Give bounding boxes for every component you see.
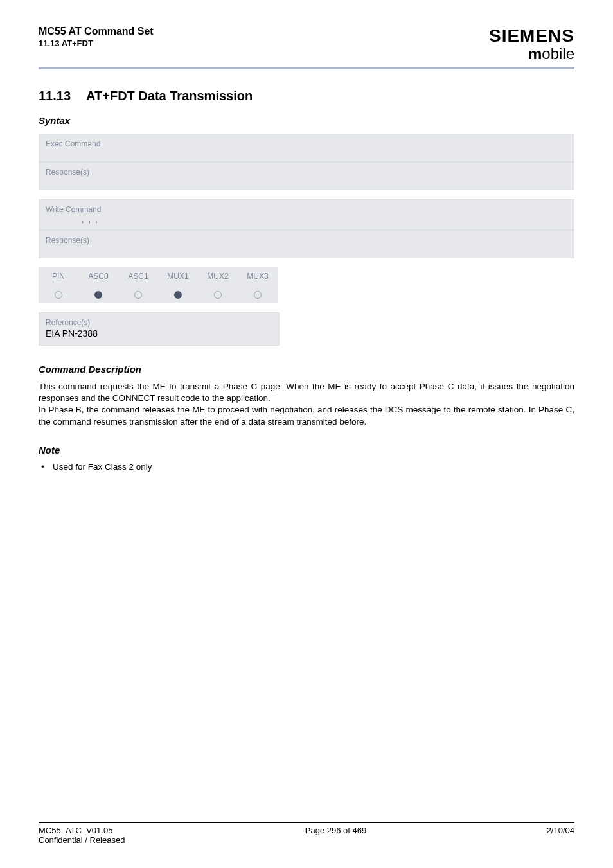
footer-date: 2/10/04	[547, 826, 574, 845]
exec-response-header: Response(s)	[39, 163, 574, 178]
doc-subtitle: 11.13 AT+FDT	[39, 39, 154, 48]
reference-body: EIA PN-2388	[39, 328, 279, 345]
note-item: Used for Fax Class 2 only	[41, 462, 574, 472]
reference-panel: Reference(s) EIA PN-2388	[39, 312, 280, 346]
footer-left: MC55_ATC_V01.05 Confidential / Released	[39, 826, 125, 845]
command-description-text: This command requests the ME to transmit…	[39, 381, 574, 428]
pin-dot-0	[39, 285, 78, 303]
exec-command-header: Exec Command	[39, 134, 574, 150]
pin-col-5: MUX3	[238, 267, 278, 285]
pin-col-1: ASC0	[78, 267, 118, 285]
pin-dot-4	[198, 285, 238, 303]
exec-response-panel: Response(s)	[39, 162, 574, 190]
footer-page: Page 296 of 469	[305, 826, 366, 845]
header-right: SIEMENS mobile	[489, 26, 574, 63]
write-response-body	[39, 246, 574, 258]
write-command-params: , , ,	[39, 215, 574, 229]
brand-logo: SIEMENS	[489, 26, 574, 46]
header-rule	[39, 67, 574, 69]
syntax-label: Syntax	[39, 115, 574, 126]
section-heading: 11.13AT+FDT Data Transmission	[39, 89, 574, 103]
section-title: AT+FDT Data Transmission	[86, 89, 253, 103]
pin-dot-1	[78, 285, 118, 303]
command-description-label: Command Description	[39, 364, 574, 375]
pin-col-0: PIN	[39, 267, 78, 285]
dot-empty-icon	[134, 291, 142, 299]
exec-response-body	[39, 178, 574, 190]
dot-empty-icon	[214, 291, 222, 299]
pin-dot-5	[238, 285, 278, 303]
write-response-header: Response(s)	[39, 231, 574, 246]
dot-empty-icon	[254, 291, 262, 299]
exec-command-body	[39, 150, 574, 161]
pin-col-3: MUX1	[158, 267, 198, 285]
page-footer: MC55_ATC_V01.05 Confidential / Released …	[39, 822, 574, 845]
note-list: Used for Fax Class 2 only	[39, 462, 574, 472]
pin-table: PIN ASC0 ASC1 MUX1 MUX2 MUX3	[39, 267, 278, 303]
exec-command-panel: Exec Command	[39, 134, 574, 162]
note-label: Note	[39, 445, 574, 456]
footer-doc-id: MC55_ATC_V01.05	[39, 826, 125, 835]
pin-dot-2	[118, 285, 158, 303]
brand-subtext: mobile	[489, 45, 574, 63]
dot-empty-icon	[55, 291, 62, 299]
brand-sub-span: obile	[542, 45, 574, 62]
doc-title: MC55 AT Command Set	[39, 26, 154, 37]
write-response-panel: Response(s)	[39, 230, 574, 258]
header-left: MC55 AT Command Set 11.13 AT+FDT	[39, 26, 154, 48]
pin-col-4: MUX2	[198, 267, 238, 285]
reference-header: Reference(s)	[39, 313, 279, 328]
write-command-header: Write Command	[39, 200, 574, 215]
dot-filled-icon	[94, 291, 102, 299]
section-number: 11.13	[39, 89, 71, 103]
write-command-panel: Write Command , , ,	[39, 199, 574, 230]
dot-filled-icon	[174, 291, 182, 299]
footer-confidential: Confidential / Released	[39, 835, 125, 845]
page-header: MC55 AT Command Set 11.13 AT+FDT SIEMENS…	[39, 26, 574, 63]
pin-dot-3	[158, 285, 198, 303]
pin-col-2: ASC1	[118, 267, 158, 285]
